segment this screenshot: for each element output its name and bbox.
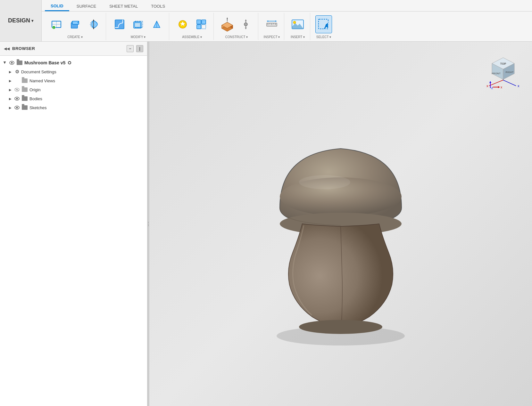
tree-root-label: Mushroom Base v5 bbox=[24, 60, 65, 65]
shell-btn[interactable] bbox=[130, 15, 146, 33]
insert-label[interactable]: INSERT ▾ bbox=[291, 35, 305, 39]
svg-text:z: z bbox=[491, 86, 493, 90]
browser-collapse-btn[interactable]: ◀◀ bbox=[4, 46, 10, 51]
modify-label[interactable]: MODIFY ▾ bbox=[131, 35, 145, 39]
revolve-btn[interactable] bbox=[85, 15, 102, 33]
measure-btn[interactable] bbox=[263, 15, 280, 33]
joint2-btn[interactable] bbox=[193, 15, 210, 33]
tab-surface[interactable]: SURFACE bbox=[71, 2, 102, 11]
svg-rect-22 bbox=[202, 20, 206, 24]
svg-marker-45 bbox=[267, 20, 268, 22]
create-label[interactable]: CREATE ▾ bbox=[67, 35, 83, 39]
tree-root-eye[interactable] bbox=[9, 60, 15, 66]
folder-icon-gray bbox=[22, 78, 28, 83]
svg-point-63 bbox=[299, 175, 350, 189]
svg-point-57 bbox=[16, 98, 18, 100]
tree-sketches[interactable]: ▶ Sketches bbox=[0, 103, 147, 112]
sketches-arrow[interactable]: ▶ bbox=[8, 105, 13, 110]
construct-axis-btn[interactable] bbox=[237, 15, 254, 33]
tab-sheet-metal[interactable]: SHEET METAL bbox=[104, 2, 144, 11]
tree-bodies-eye[interactable] bbox=[14, 96, 20, 102]
svg-text:x: x bbox=[486, 84, 488, 88]
bodies-arrow[interactable]: ▶ bbox=[8, 96, 13, 101]
tab-tools[interactable]: TOOLS bbox=[145, 2, 171, 11]
browser-title: BROWSER bbox=[12, 46, 35, 51]
tree-root-arrow[interactable]: ▶ bbox=[3, 60, 8, 65]
browser-panel: ◀◀ BROWSER − | ▶ bbox=[0, 42, 147, 406]
tab-solid[interactable]: SOLID bbox=[45, 2, 69, 11]
bodies-label: Bodies bbox=[29, 96, 42, 101]
tree-sketches-eye[interactable] bbox=[14, 105, 20, 110]
svg-point-59 bbox=[16, 107, 18, 109]
select-btn[interactable] bbox=[315, 15, 332, 33]
insert-group: INSERT ▾ bbox=[286, 13, 310, 40]
tree-named-views[interactable]: ▶ Named Views bbox=[0, 76, 147, 85]
doc-settings-arrow[interactable]: ▶ bbox=[8, 69, 13, 74]
viewport[interactable]: x x z TOP FRONT bbox=[149, 42, 532, 406]
bodies-folder-icon bbox=[22, 96, 28, 101]
construct-plane-btn[interactable] bbox=[219, 15, 236, 33]
view-cube[interactable]: x x z TOP FRONT bbox=[484, 48, 522, 86]
select-group: SELECT ▾ bbox=[312, 13, 336, 40]
design-dropdown-icon: ▾ bbox=[31, 19, 33, 23]
named-views-arrow[interactable]: ▶ bbox=[8, 78, 13, 83]
browser-tree: ▶ Mushroom Base v5 ▶ bbox=[0, 56, 147, 406]
svg-marker-10 bbox=[93, 19, 94, 21]
tree-root-folder bbox=[16, 60, 23, 66]
fillet-btn[interactable] bbox=[111, 15, 128, 33]
eye-icon-sketches bbox=[14, 106, 20, 110]
origin-arrow[interactable]: ▶ bbox=[8, 87, 13, 92]
svg-line-65 bbox=[503, 80, 516, 86]
tree-origin-eye[interactable] bbox=[14, 87, 20, 93]
extrude-icon bbox=[69, 19, 81, 30]
joint-btn[interactable] bbox=[174, 15, 191, 33]
construct-plane-icon bbox=[220, 17, 234, 32]
tree-origin[interactable]: ▶ Origin bbox=[0, 85, 147, 94]
inspect-label[interactable]: INSPECT ▾ bbox=[264, 35, 280, 39]
browser-controls: − | bbox=[127, 45, 143, 52]
toolbar-tabs: SOLID SURFACE SHEET METAL TOOLS bbox=[42, 0, 532, 12]
inspect-icons bbox=[263, 14, 280, 35]
modify-icons bbox=[111, 14, 165, 35]
toolbar-tabs-and-groups: SOLID SURFACE SHEET METAL TOOLS bbox=[42, 0, 532, 41]
construct-label[interactable]: CONSTRUCT ▾ bbox=[225, 35, 248, 39]
assemble-label[interactable]: ASSEMBLE ▾ bbox=[182, 35, 202, 39]
insert-icons bbox=[289, 14, 306, 35]
insert-btn[interactable] bbox=[289, 15, 306, 33]
browser-minus-btn[interactable]: − bbox=[127, 45, 134, 52]
design-button[interactable]: DESIGN ▾ bbox=[0, 0, 42, 41]
browser-separator-btn[interactable]: | bbox=[136, 45, 143, 52]
inspect-group: INSPECT ▾ bbox=[260, 13, 284, 40]
viewport-canvas bbox=[149, 42, 532, 406]
tree-bodies[interactable]: ▶ Bodies bbox=[0, 94, 147, 103]
create-icons: + bbox=[48, 14, 102, 35]
browser-header: ◀◀ BROWSER − | bbox=[0, 42, 147, 56]
gear-icon: ⚙ bbox=[14, 69, 20, 75]
svg-marker-35 bbox=[245, 19, 247, 21]
sketches-folder bbox=[21, 105, 28, 110]
svg-marker-32 bbox=[227, 17, 228, 19]
construct-group: CONSTRUCT ▾ bbox=[215, 13, 258, 40]
svg-marker-81 bbox=[498, 86, 500, 88]
svg-rect-21 bbox=[197, 20, 201, 24]
tree-root-item[interactable]: ▶ Mushroom Base v5 bbox=[0, 58, 147, 67]
extrude-btn[interactable] bbox=[67, 15, 83, 33]
named-views-folder bbox=[21, 78, 28, 84]
assemble-group: ASSEMBLE ▾ bbox=[170, 13, 214, 40]
svg-text:FRONT: FRONT bbox=[492, 72, 501, 75]
toolbar: DESIGN ▾ SOLID SURFACE SHEET METAL TOOLS bbox=[0, 0, 532, 42]
tree-doc-settings[interactable]: ▶ ⚙ Document Settings bbox=[0, 67, 147, 76]
doc-settings-label: Document Settings bbox=[21, 69, 56, 74]
eye-icon-bodies bbox=[14, 97, 20, 101]
origin-folder bbox=[21, 87, 28, 93]
origin-folder-icon bbox=[22, 87, 28, 92]
construct-axis-icon bbox=[240, 19, 252, 30]
svg-point-48 bbox=[293, 21, 296, 24]
create-sketch-btn[interactable]: + bbox=[48, 15, 65, 33]
select-label[interactable]: SELECT ▾ bbox=[316, 35, 331, 39]
design-label: DESIGN bbox=[8, 17, 30, 24]
modify-group: MODIFY ▾ bbox=[107, 13, 169, 40]
draft-btn[interactable] bbox=[148, 15, 165, 33]
svg-point-52 bbox=[11, 62, 13, 64]
measure-icon bbox=[265, 18, 278, 31]
